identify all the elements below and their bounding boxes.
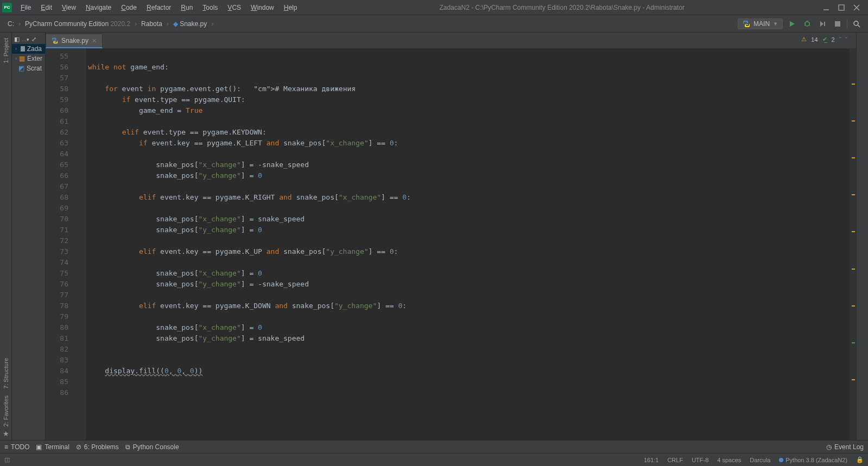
menu-file[interactable]: File <box>16 2 35 13</box>
terminal-toolwindow-button[interactable]: ▣ Terminal <box>36 443 69 451</box>
minimize-button[interactable] <box>822 4 830 11</box>
crumb-file[interactable]: ◆ Snake.py <box>171 19 209 29</box>
file-encoding[interactable]: UTF-8 <box>692 457 708 463</box>
project-icon: ◧ <box>14 36 20 43</box>
svg-rect-1 <box>839 5 844 10</box>
python-console-toolwindow-button[interactable]: ⧉ Python Console <box>125 443 179 451</box>
problems-toolwindow-button[interactable]: ⊘ 6: Problems <box>76 443 119 451</box>
project-tree-item-external[interactable]: › ▦ Exter <box>12 54 45 63</box>
event-log-icon: ◷ <box>826 443 832 451</box>
project-toolwindow-button[interactable]: 1: Project <box>3 38 9 63</box>
main-body: 1: Project 7: Structure 2: Favorites ★ ◧… <box>0 33 868 440</box>
chevron-right-icon: › <box>167 20 169 28</box>
event-log-button[interactable]: ◷ Event Log <box>826 443 864 451</box>
problems-icon: ⊘ <box>76 443 81 451</box>
navigation-bar: C: › PyCharm Community Edition 2020.2 › … <box>0 15 868 33</box>
library-icon: ▦ <box>19 55 25 62</box>
theme-name[interactable]: Darcula <box>750 457 770 463</box>
warning-count: 14 <box>811 36 818 43</box>
error-stripe[interactable] <box>850 49 856 440</box>
menu-navigate[interactable]: Navigate <box>81 2 116 13</box>
window-controls <box>822 4 866 11</box>
line-number-gutter: 5556575859606162636465666768697071727374… <box>46 49 78 440</box>
right-tool-gutter <box>856 33 868 440</box>
svg-marker-11 <box>820 21 823 27</box>
typo-icon: ✔̲ <box>822 36 827 43</box>
star-icon: ★ <box>3 430 9 438</box>
editor-tabs: Snake.py ✕ <box>46 33 856 49</box>
run-configuration-dropdown[interactable]: MAIN ▼ <box>738 18 783 29</box>
menu-refactor[interactable]: Refactor <box>142 2 175 13</box>
chevron-down-icon: ▼ <box>773 21 778 27</box>
svg-point-14 <box>854 21 858 25</box>
python-file-icon <box>52 37 58 44</box>
folder-icon <box>21 46 24 52</box>
lock-icon[interactable]: 🔒 <box>856 456 864 463</box>
chevron-right-icon: › <box>15 56 17 61</box>
todo-toolwindow-button[interactable]: ≡ TODO <box>4 443 29 451</box>
structure-toolwindow-button[interactable]: 7: Structure <box>3 358 9 389</box>
stop-button[interactable] <box>832 18 844 30</box>
close-button[interactable] <box>853 4 860 11</box>
project-panel[interactable]: ◧ …▾ ⤢ › Zada › ▦ Exter ◩ Scrat <box>12 33 46 440</box>
python-console-icon: ⧉ <box>125 443 130 451</box>
inspection-badges[interactable]: ⚠ 14 ✔̲ 2 ˆ ˇ <box>801 36 847 43</box>
tab-label: Snake.py <box>61 37 88 44</box>
menu-help[interactable]: Help <box>280 2 302 13</box>
titlebar: PC FileEditViewNavigateCodeRefactorRunTo… <box>0 0 868 15</box>
svg-point-5 <box>805 22 809 26</box>
project-tree-item-root[interactable]: › Zada <box>12 44 45 54</box>
crumb-ide[interactable]: PyCharm Community Edition 2020.2 <box>23 19 132 29</box>
main-menu: FileEditViewNavigateCodeRefactorRunTools… <box>16 2 301 13</box>
close-tab-button[interactable]: ✕ <box>92 37 97 44</box>
app-icon: PC <box>2 3 12 12</box>
typo-count: 2 <box>832 36 835 43</box>
menu-code[interactable]: Code <box>117 2 141 13</box>
line-separator[interactable]: CRLF <box>667 457 683 463</box>
maximize-button[interactable] <box>838 4 845 11</box>
run-with-coverage-button[interactable] <box>816 18 828 30</box>
toolwindow-toggle-icon[interactable]: ◫ <box>4 456 10 463</box>
menu-view[interactable]: View <box>58 2 80 13</box>
svg-rect-12 <box>824 22 825 26</box>
menu-run[interactable]: Run <box>176 2 197 13</box>
search-everywhere-button[interactable] <box>851 18 863 30</box>
breadcrumbs: C: › PyCharm Community Edition 2020.2 › … <box>5 19 213 29</box>
cursor-position[interactable]: 161:1 <box>644 457 659 463</box>
svg-line-7 <box>804 23 806 23</box>
bottom-toolbar: ≡ TODO ▣ Terminal ⊘ 6: Problems ⧉ Python… <box>0 440 868 453</box>
crumb-drive[interactable]: C: <box>5 19 16 29</box>
svg-line-10 <box>809 25 810 25</box>
code-content[interactable]: while not game_end: for event in pygame.… <box>86 49 850 440</box>
terminal-icon: ▣ <box>36 443 42 451</box>
chevron-up-icon[interactable]: ˆ <box>839 36 841 43</box>
menu-window[interactable]: Window <box>246 2 278 13</box>
menu-tools[interactable]: Tools <box>198 2 222 13</box>
chevron-right-icon: › <box>135 20 137 28</box>
project-panel-header[interactable]: ◧ …▾ ⤢ <box>12 35 45 44</box>
fold-gutter[interactable] <box>78 49 86 440</box>
run-config-label: MAIN <box>753 20 770 28</box>
warning-icon: ⚠ <box>801 36 807 43</box>
code-editor[interactable]: 5556575859606162636465666768697071727374… <box>46 49 856 440</box>
run-button[interactable] <box>786 18 798 30</box>
project-tree-item-scratches[interactable]: ◩ Scrat <box>12 63 45 73</box>
favorites-toolwindow-button[interactable]: 2: Favorites <box>3 395 9 426</box>
window-title: ZadacaN2 - C:\PyCharm Community Edition … <box>301 4 822 11</box>
debug-button[interactable] <box>801 18 813 30</box>
svg-line-8 <box>809 23 810 23</box>
status-bar: ◫ 161:1 CRLF UTF-8 4 spaces Darcula Pyth… <box>0 453 868 466</box>
menu-edit[interactable]: Edit <box>36 2 56 13</box>
chevron-right-icon: › <box>18 20 21 28</box>
scratch-icon: ◩ <box>18 65 24 72</box>
editor-tab-snake[interactable]: Snake.py ✕ <box>46 34 103 48</box>
left-tool-gutter: 1: Project 7: Structure 2: Favorites ★ <box>0 33 12 440</box>
indent-setting[interactable]: 4 spaces <box>717 457 741 463</box>
chevron-down-icon[interactable]: ˇ <box>845 36 847 43</box>
interpreter-indicator[interactable]: Python 3.8 (ZadacaN2) <box>779 457 847 463</box>
dropdown-icon: …▾ <box>22 37 29 42</box>
python-icon <box>743 20 750 28</box>
menu-vcs[interactable]: VCS <box>223 2 245 13</box>
circle-icon <box>779 458 783 462</box>
crumb-folder[interactable]: Rabota <box>139 19 164 29</box>
